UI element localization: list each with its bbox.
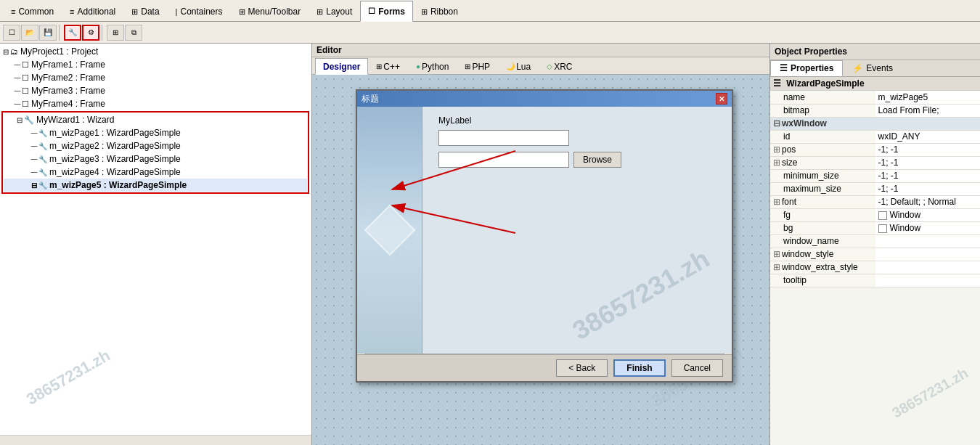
tree-expand-f3[interactable]: — <box>13 87 22 94</box>
props-row-id[interactable]: idwxID_ANY <box>770 130 980 143</box>
left-scrollbar[interactable] <box>0 435 311 445</box>
tree-item-frame2[interactable]: — ☐ MyFrame2 : Frame <box>1 71 310 84</box>
props-val-bitmap[interactable]: Load From File; <box>875 104 981 117</box>
properties-scroll[interactable]: namem_wizPage5bitmapLoad From File;⊟wxWi… <box>770 91 980 445</box>
expand-pos[interactable]: ⊞ <box>773 144 780 155</box>
tab-lua[interactable]: 🌙 Lua <box>498 58 539 75</box>
tree-expand-wp2[interactable]: — <box>30 142 38 150</box>
props-row-maximum_size[interactable]: maximum_size-1; -1 <box>770 182 980 195</box>
expand-window_extra_style[interactable]: ⊞ <box>773 262 780 272</box>
props-val-size[interactable]: -1; -1 <box>875 156 981 169</box>
dialog-input-1[interactable] <box>438 130 569 146</box>
props-val-tooltip[interactable] <box>875 274 981 287</box>
props-val-maximum_size[interactable]: -1; -1 <box>875 182 981 195</box>
toolbar-btn-2[interactable]: 📂 <box>21 25 38 41</box>
tree-expand-wp4[interactable]: — <box>30 168 38 176</box>
props-row-name[interactable]: namem_wizPage5 <box>770 91 980 104</box>
tree-item-wizard1[interactable]: ⊟ 🔧 MyWizard1 : Wizard <box>4 113 307 126</box>
tab-forms[interactable]: ☐ Forms <box>360 1 413 22</box>
props-val-window_name[interactable] <box>875 234 981 248</box>
tree-label-frame1: MyFrame1 : Frame <box>31 60 105 70</box>
props-row-pos[interactable]: ⊞pos-1; -1 <box>770 143 980 156</box>
tree-item-wizpage5[interactable]: ⊟ 🔧 m_wizPage5 : WizardPageSimple <box>4 179 307 192</box>
props-row-minimum_size[interactable]: minimum_size-1; -1 <box>770 169 980 182</box>
props-row-bg[interactable]: bgWindow <box>770 221 980 234</box>
tree-item-frame1[interactable]: — ☐ MyFrame1 : Frame <box>1 58 310 71</box>
tab-menutoolbar[interactable]: ⊞ Menu/Toolbar <box>231 1 309 22</box>
tree-expand-f1[interactable]: — <box>13 61 22 68</box>
props-row-size[interactable]: ⊞size-1; -1 <box>770 156 980 169</box>
tab-containers[interactable]: | Containers <box>168 1 231 22</box>
properties-tab-label: Properties <box>791 63 833 73</box>
tree-item-wizpage1[interactable]: — 🔧 m_wizPage1 : WizardPageSimple <box>4 126 307 139</box>
tree-label-wizpage4: m_wizPage4 : WizardPageSimple <box>49 167 181 177</box>
tab-data[interactable]: ⊞ Data <box>123 1 167 22</box>
props-row-font[interactable]: ⊞font-1; Default; ; Normal <box>770 195 980 208</box>
top-tabs-bar: ≡ Common ≡ Additional ⊞ Data | Container… <box>0 0 980 22</box>
tree-expand-wp5[interactable]: ⊟ <box>30 181 38 189</box>
props-row-fg[interactable]: fgWindow <box>770 208 980 221</box>
props-val-window_extra_style[interactable] <box>875 261 981 274</box>
expand-font[interactable]: ⊞ <box>773 197 780 207</box>
dialog-back-button[interactable]: < Back <box>556 359 608 377</box>
dialog-cancel-button[interactable]: Cancel <box>671 359 723 377</box>
props-val-font[interactable]: -1; Default; ; Normal <box>875 195 981 208</box>
expand-icon-wxWindow[interactable]: ⊟ <box>773 118 780 128</box>
props-row-window_style[interactable]: ⊞window_style <box>770 248 980 261</box>
tab-layout[interactable]: ⊞ Layout <box>309 1 360 22</box>
toolbar-btn-1[interactable]: ☐ <box>3 25 20 41</box>
tree-item-project[interactable]: ⊟ 🗂 MyProject1 : Project <box>1 45 310 58</box>
props-val-fg[interactable]: Window <box>875 208 981 221</box>
props-val-pos[interactable]: -1; -1 <box>875 143 981 156</box>
designer-area[interactable]: 38657231.zh 38657231.zh 标题 ✕ MyLabel <box>312 75 769 445</box>
toolbar-btn-select[interactable]: 🔧 <box>64 25 81 41</box>
toolbar-btn-copy[interactable]: ⧉ <box>125 25 142 41</box>
props-val-name[interactable]: m_wizPage5 <box>875 91 981 104</box>
expand-size[interactable]: ⊞ <box>773 158 780 168</box>
tree-expand-wizard1[interactable]: ⊟ <box>15 116 24 124</box>
tab-events[interactable]: ⚡ Events <box>843 60 902 76</box>
tree-expand-wp3[interactable]: — <box>30 155 38 163</box>
tree-expand-f2[interactable]: — <box>13 74 22 81</box>
tree-label-wizpage3: m_wizPage3 : WizardPageSimple <box>49 154 181 164</box>
props-row-window_extra_style[interactable]: ⊞window_extra_style <box>770 261 980 274</box>
tree-item-frame4[interactable]: — ☐ MyFrame4 : Frame <box>1 97 310 110</box>
props-row-bitmap[interactable]: bitmapLoad From File; <box>770 104 980 117</box>
toolbar-btn-expand[interactable]: ⊞ <box>107 25 124 41</box>
dialog-browse-button[interactable]: Browse <box>573 152 621 168</box>
tab-cpp[interactable]: ⊞ C++ <box>368 58 408 75</box>
tree-item-frame3[interactable]: — ☐ MyFrame3 : Frame <box>1 84 310 97</box>
props-row-window_name[interactable]: window_name <box>770 234 980 248</box>
toolbar-btn-3[interactable]: 💾 <box>39 25 57 41</box>
props-row-wxWindow[interactable]: ⊟wxWindow <box>770 117 980 130</box>
tab-php[interactable]: ⊞ PHP <box>457 58 498 75</box>
dialog-input-2[interactable] <box>438 152 569 168</box>
tree-expand-project[interactable]: ⊟ <box>1 48 10 56</box>
center-panel: Editor Designer ⊞ C++ ● Python ⊞ PHP 🌙 L… <box>312 44 769 445</box>
toolbar-btn-move[interactable]: ⚙ <box>82 25 99 41</box>
dialog-close-button[interactable]: ✕ <box>716 93 727 105</box>
props-val-bg[interactable]: Window <box>875 221 981 234</box>
props-row-tooltip[interactable]: tooltip <box>770 274 980 287</box>
expand-window_style[interactable]: ⊞ <box>773 249 780 259</box>
tab-common[interactable]: ≡ Common <box>3 1 62 22</box>
tab-ribbon[interactable]: ⊞ Ribbon <box>413 1 466 22</box>
tree-item-wizpage3[interactable]: — 🔧 m_wizPage3 : WizardPageSimple <box>4 152 307 166</box>
tab-properties[interactable]: ☰ Properties <box>770 60 843 76</box>
tab-python[interactable]: ● Python <box>408 58 457 75</box>
dialog-body: MyLabel Browse 38657231.zh <box>357 107 732 354</box>
props-key-window_name: window_name <box>770 234 875 248</box>
props-val-minimum_size[interactable]: -1; -1 <box>875 169 981 182</box>
tab-xrc[interactable]: ◇ XRC <box>539 58 580 75</box>
tree-expand-wp1[interactable]: — <box>30 129 38 136</box>
props-val-window_style[interactable] <box>875 248 981 261</box>
tab-additional[interactable]: ≡ Additional <box>62 1 123 22</box>
dialog-finish-button[interactable]: Finish <box>613 359 665 377</box>
tree-item-wizpage2[interactable]: — 🔧 m_wizPage2 : WizardPageSimple <box>4 139 307 152</box>
tab-designer[interactable]: Designer <box>315 58 368 75</box>
wizard-diamond <box>364 205 415 256</box>
props-val-id[interactable]: wxID_ANY <box>875 130 981 143</box>
tree-item-wizpage4[interactable]: — 🔧 m_wizPage4 : WizardPageSimple <box>4 166 307 179</box>
dialog-label: MyLabel <box>438 115 723 126</box>
tree-expand-f4[interactable]: — <box>13 100 22 107</box>
